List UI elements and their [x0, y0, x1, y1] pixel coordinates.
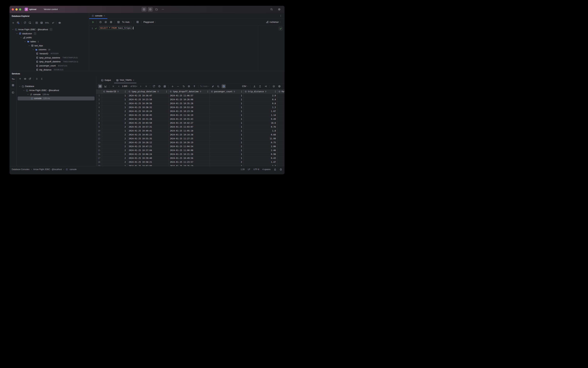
tree-item-columns-folder[interactable]: columns 19	[9, 47, 89, 52]
pickup-datetime-cell[interactable]: 2024-01-25 10:55:35	[127, 137, 169, 140]
search-everywhere-button[interactable]	[269, 7, 274, 11]
row-number-cell[interactable]: 9	[96, 125, 102, 129]
close-window-button[interactable]	[12, 8, 14, 10]
reload-page-button[interactable]	[152, 84, 156, 88]
view-options-button[interactable]	[58, 21, 62, 25]
pickup-datetime-cell[interactable]: 2024-01-25 10:36:47	[127, 94, 169, 98]
pickup-datetime-cell[interactable]: 2024-01-25 10:31:28	[127, 117, 169, 121]
export-button[interactable]	[263, 84, 268, 88]
tx-mode-select[interactable]: Tx: Auto	[200, 85, 209, 88]
passenger-count-cell[interactable]: 1	[210, 156, 244, 160]
trip-distance-cell[interactable]: 0.43	[244, 156, 277, 160]
encoding-widget[interactable]: UTF-8	[253, 168, 259, 171]
tree-item-database[interactable]: datafusion 1	[9, 32, 89, 36]
trip-distance-cell[interactable]: 1.14	[244, 113, 277, 117]
trip-distance-cell[interactable]: 0.8	[244, 101, 277, 105]
run-tool-button[interactable]	[148, 7, 153, 12]
ratecode-cell[interactable]	[277, 164, 285, 166]
pickup-datetime-cell[interactable]: 2024-01-25 10:39:40	[127, 156, 169, 160]
vendor-id-cell[interactable]: 1	[102, 105, 127, 109]
trip-distance-cell[interactable]: 1.47	[244, 160, 277, 164]
pin-tab-button[interactable]	[211, 84, 215, 88]
project-files-button[interactable]	[154, 7, 159, 12]
vendor-id-cell[interactable]: 1	[102, 101, 127, 105]
dropoff-datetime-cell[interactable]: 2024-01-25 11:03:07	[169, 125, 210, 129]
next-page-button[interactable]	[139, 84, 143, 88]
upload-changes-button[interactable]	[192, 84, 196, 88]
passenger-count-cell[interactable]: 1	[210, 152, 244, 156]
ratecode-cell[interactable]	[277, 152, 285, 156]
tree-item-tables-folder[interactable]: tables 1	[9, 40, 89, 44]
filter-funnel-icon[interactable]	[233, 91, 235, 92]
chevron-down-icon[interactable]	[24, 40, 26, 43]
last-page-button[interactable]	[144, 84, 148, 88]
passenger-count-cell[interactable]: 1	[210, 105, 244, 109]
column-header[interactable]: tpep_dropoff_datetime	[169, 90, 210, 94]
vendor-id-cell[interactable]: 2	[102, 152, 127, 156]
chart-view-button[interactable]	[103, 84, 108, 88]
new-datasource-button[interactable]	[11, 21, 15, 25]
row-number-cell[interactable]: 3	[96, 101, 102, 105]
vendor-id-cell[interactable]: 1	[102, 164, 127, 166]
pickup-datetime-cell[interactable]: 2024-01-25 10:28:12	[127, 141, 169, 144]
pickup-datetime-cell[interactable]: 2024-01-25 10:58:21	[127, 160, 169, 164]
zoom-window-button[interactable]	[19, 8, 21, 10]
dropoff-datetime-cell[interactable]: 2024-01-25 11:06:57	[169, 94, 210, 98]
ratecode-cell[interactable]	[277, 110, 285, 113]
layout-toggle-button[interactable]	[11, 91, 15, 95]
sql-statement-line[interactable]: SELECT * FROM taxi_trips ;	[99, 26, 134, 30]
ratecode-cell[interactable]	[277, 137, 285, 140]
sql-editor[interactable]: 1 SELECT * FROM taxi_trips ;	[89, 26, 285, 71]
dropoff-datetime-cell[interactable]: 2024-01-25 10:55:43	[169, 117, 210, 121]
row-number-cell[interactable]: 5	[96, 110, 102, 113]
row-number-header[interactable]	[96, 90, 102, 94]
previous-page-button[interactable]	[117, 84, 121, 88]
passenger-count-cell[interactable]: 1	[210, 148, 244, 152]
row-number-cell[interactable]: 4	[96, 105, 102, 109]
row-number-cell[interactable]: 1	[96, 94, 102, 98]
grid-view-button[interactable]	[98, 84, 102, 88]
row-number-cell[interactable]: 11	[96, 133, 102, 137]
row-number-cell[interactable]: 18	[96, 160, 102, 164]
dropoff-datetime-cell[interactable]: 2024-01-25 10:42:27	[169, 121, 210, 125]
row-number-cell[interactable]: 12	[96, 137, 102, 140]
passenger-count-cell[interactable]: 1	[210, 101, 244, 105]
ratecode-cell[interactable]	[277, 101, 285, 105]
refresh-button[interactable]	[23, 21, 27, 25]
column-header[interactable]: Rate	[277, 90, 285, 94]
passenger-count-cell[interactable]: 2	[210, 160, 244, 164]
sort-icon[interactable]	[207, 91, 208, 92]
browse-tables-button[interactable]	[116, 20, 121, 24]
passenger-count-cell[interactable]: 1	[210, 141, 244, 144]
tree-item-datasource[interactable]: Arrow Flight JDBC - @localhost 1	[9, 28, 89, 32]
trip-distance-cell[interactable]: 1.7	[244, 164, 277, 166]
tree-item-column[interactable]: tpep_dropoff_datetime TIMESTAMP(26,6)	[9, 60, 89, 64]
stop-button[interactable]	[135, 20, 140, 24]
passenger-count-cell[interactable]: 1	[210, 121, 244, 125]
ratecode-cell[interactable]	[277, 141, 285, 144]
caret-position-widget[interactable]: 1:26	[241, 168, 245, 171]
vendor-id-cell[interactable]: 2	[102, 113, 127, 117]
open-table-button[interactable]	[39, 21, 44, 25]
filter-funnel-icon[interactable]	[157, 91, 159, 92]
minimize-window-button[interactable]	[16, 8, 18, 10]
vendor-id-cell[interactable]: 2	[102, 145, 127, 148]
pickup-datetime-cell[interactable]: 2024-01-25 10:57:31	[127, 125, 169, 129]
vendor-id-cell[interactable]: 2	[102, 137, 127, 140]
passenger-count-cell[interactable]: 1	[210, 117, 244, 121]
indent-widget[interactable]: 4 spaces	[262, 168, 271, 171]
datasource-properties-button[interactable]	[16, 21, 20, 25]
dropoff-datetime-cell[interactable]: 2024-01-25 10:53:20	[169, 105, 210, 109]
passenger-count-cell[interactable]: 1	[210, 164, 244, 166]
row-number-cell[interactable]: 10	[96, 129, 102, 133]
dropoff-datetime-cell[interactable]: 2024-01-25 10:49:56	[169, 156, 210, 160]
pickup-datetime-cell[interactable]: 2024-01-25 10:40:41	[127, 129, 169, 133]
breadcrumb-item[interactable]: Arrow Flight JDBC - @localhost	[33, 168, 62, 171]
dropoff-datetime-cell[interactable]: 2024-01-25 11:05:18	[169, 129, 210, 133]
pickup-datetime-cell[interactable]: 2024-01-25 10:58:45	[127, 113, 169, 117]
passenger-count-cell[interactable]: 1	[210, 98, 244, 101]
pickup-datetime-cell[interactable]: 2024-01-25 10:03:50	[127, 121, 169, 125]
tree-item-column[interactable]: trip_distance DOUBLE(0)	[9, 68, 89, 71]
line-separator-widget[interactable]: LF	[248, 168, 250, 171]
trip-distance-cell[interactable]: 1.3	[244, 105, 277, 109]
